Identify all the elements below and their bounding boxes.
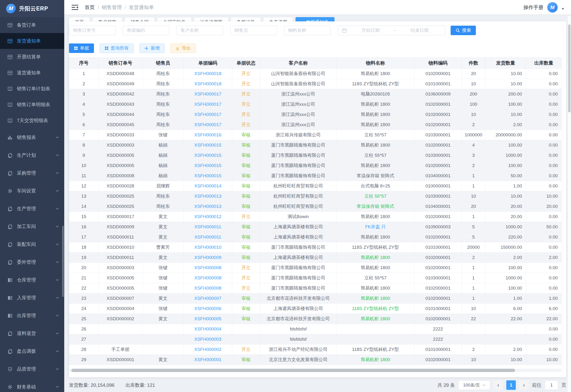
cell-doc[interactable]: XSFH000018 (184, 69, 232, 79)
cell-doc[interactable]: XSFH000003 (184, 334, 232, 345)
doc-button[interactable]: 单据 (69, 43, 94, 53)
tab-7[interactable]: ×发货通知单 (296, 17, 334, 21)
table-row[interactable]: 3XSDD000042周桂东XSFH000017开立浙江温州xxx公司电脑202… (69, 89, 562, 99)
table-row[interactable]: 21XSDD000005张键XSFH000008开立厦门市黑眼睛服饰有限公司立柱… (69, 273, 562, 283)
cell-doc[interactable]: XSFH000002 (184, 345, 232, 355)
cell-doc[interactable]: XSFH000011 (184, 232, 232, 242)
cell-doc[interactable]: XSFH000017 (184, 120, 232, 130)
cell-doc[interactable]: XSFH000005 (184, 314, 232, 324)
cell-doc[interactable]: XSFH000011 (184, 222, 232, 232)
table-row[interactable]: 1XSDD000048周桂东XSFH000018开立山河智能装备股份有限公司简易… (69, 69, 562, 79)
table-row[interactable]: 26XSFH000004fdsfdsfsf22220.00 (69, 324, 562, 334)
sidebar-item-7[interactable]: 销售报表 (0, 128, 64, 146)
cell-doc[interactable]: XSFH000018 (184, 79, 232, 89)
cell-doc[interactable]: XSFH000008 (184, 283, 232, 294)
cell-doc[interactable]: XSFH000015 (184, 140, 232, 150)
tab-2[interactable]: 销售合同 (125, 17, 155, 21)
next-page-button[interactable]: › (519, 380, 529, 390)
table-row[interactable]: 24XSDD000004张键XSFH000006审核上海避风塘茶楼有限公司118… (69, 304, 562, 314)
sidebar-item-21[interactable]: 财务基础 (0, 378, 64, 392)
table-row[interactable]: 27XSFH000003fdsfdsfsf22220.00 (69, 334, 562, 345)
sales-order-input[interactable] (69, 26, 116, 35)
sidebar-item-20[interactable]: 品质管理 (0, 360, 64, 378)
tab-0[interactable]: 首页 (69, 17, 90, 21)
cell-doc[interactable]: XSFH000014 (184, 181, 232, 191)
cell-doc[interactable]: XSFH000017 (184, 99, 232, 110)
material-input[interactable] (284, 26, 331, 35)
table-row[interactable]: 25XSDD000002黄文XSFH000005审核北京都市花语科技开发有限公司… (69, 314, 562, 324)
current-page-button[interactable]: 1 (506, 380, 516, 390)
menu-fold-icon[interactable] (71, 4, 78, 11)
table-row[interactable]: 13XSDD000025周桂东XSFH000013审核杭州旺旺旺商贸有限公司立柱… (69, 191, 562, 201)
cell-doc[interactable]: XSFH000013 (184, 191, 232, 201)
sidebar-item-10[interactable]: 车间设置 (0, 182, 64, 200)
goto-page-input[interactable] (545, 380, 558, 390)
customer-input[interactable] (177, 26, 223, 35)
table-row[interactable]: 18XSDD000010曹素芳XSFH000010审核厦门市黑眼睛服饰有限公司1… (69, 242, 562, 252)
table-row[interactable]: 19XSDD000011黄文XSFH000009审核上海避风塘茶楼有限公司简易机… (69, 252, 562, 263)
table-row[interactable]: 5XSDD000044周桂东XSFH000017开立浙江温州xxx公司简易机柜 … (69, 110, 562, 120)
table-row[interactable]: 9XSDD000005杨娟XSFH000015审核厦门市黑眼睛服饰有限公司立柱 … (69, 150, 562, 161)
export-button[interactable]: 导出 (170, 43, 196, 53)
cell-doc[interactable]: XSFH000006 (184, 304, 232, 314)
horizontal-scrollbar[interactable] (71, 369, 515, 372)
cell-doc[interactable]: XSFH000016 (184, 130, 232, 140)
tab-3[interactable]: 合同审批单 (157, 17, 192, 21)
table-row[interactable]: 8XSDD000003杨娟XSFH000015审核厦门市黑眼睛服饰有限公司简易机… (69, 140, 562, 150)
sidebar-item-1[interactable]: 发货通知单 (0, 33, 64, 49)
tab-4[interactable]: 运单进度图 (194, 17, 228, 21)
cell-doc[interactable]: XSFH000015 (184, 150, 232, 161)
sidebar-item-9[interactable]: 采购管理 (0, 164, 64, 182)
table-row[interactable]: 12XSDD000028屈继辉XSFH000014审核杭州旺旺旺商贸有限公司台式… (69, 181, 562, 191)
cell-doc[interactable]: XSFH000009 (184, 252, 232, 263)
cell-doc[interactable]: XSFH000001 (184, 355, 232, 365)
table-row[interactable]: 14XSDD000025周桂东XSFH000013审核杭州旺旺旺商贸有限公司常温… (69, 201, 562, 212)
page-size-select[interactable]: 100条/页 (458, 380, 490, 390)
page-scrollbar[interactable] (568, 25, 571, 112)
sidebar-item-17[interactable]: 出库管理 (0, 307, 64, 324)
sidebar-item-0[interactable]: 备货订单 (0, 17, 64, 33)
sidebar-item-18[interactable]: 退料退货 (0, 324, 64, 342)
sidebar-item-16[interactable]: 入库管理 (0, 289, 64, 307)
table-row[interactable]: 28手工单据XSFH000002开立浙江裕兴不动产经纪有限公司118S ZY型纸… (69, 345, 562, 355)
breadcrumb-sales[interactable]: 销售管理 (102, 4, 122, 11)
sidebar-item-4[interactable]: 销售订单计划表 (0, 81, 64, 97)
cell-doc[interactable]: XSFH000007 (184, 294, 232, 304)
sidebar-item-13[interactable]: 装配车间 (0, 236, 64, 253)
search-button[interactable]: 搜索 (451, 26, 476, 35)
tab-5[interactable]: 备货订单 (231, 17, 261, 21)
table-row[interactable]: 16XSDD000009黄文XSFH000011审核上海避风塘茶楼有限公司FK井… (69, 222, 562, 232)
query-all-button[interactable]: 查询所有 (100, 43, 134, 53)
table-row[interactable]: 15XSDD000017黄文XSFH000012开立测试Bowin简易机柜 18… (69, 212, 562, 222)
cell-doc[interactable]: XSFH000012 (184, 212, 232, 222)
table-row[interactable]: 22XSDD000005张键XSFH000008开立厦门市黑眼睛服饰有限公司简易… (69, 283, 562, 294)
table-row[interactable]: 6XSDD000045周桂东XSFH000017开立浙江温州xxx公司简易机柜 … (69, 120, 562, 130)
user-caret-icon[interactable] (561, 8, 564, 10)
sidebar-item-12[interactable]: 加工车间 (0, 218, 64, 236)
tab-1[interactable]: 客户档案 (92, 17, 122, 21)
sidebar-scrollbar[interactable] (62, 226, 64, 297)
tab-6[interactable]: 生产进度 (263, 17, 293, 21)
sidebar-item-3[interactable]: 退货通知单 (0, 65, 64, 81)
sidebar-item-8[interactable]: 生产计划 (0, 146, 64, 164)
sidebar-item-14[interactable]: 委外管理 (0, 253, 64, 271)
table-row[interactable]: 11XSDD000008杨娟XSFH000015审核厦门市黑眼睛服饰有限公司常温… (69, 171, 562, 181)
sidebar-item-5[interactable]: 销售订单明细表 (0, 97, 64, 112)
table-row[interactable]: 20XSDD000003张键XSFH000008开立厦门市黑眼睛服饰有限公司简易… (69, 263, 562, 273)
prev-page-button[interactable]: ‹ (494, 380, 503, 390)
cell-doc[interactable]: XSFH000008 (184, 263, 232, 273)
sidebar-item-6[interactable]: 7天交货明细表 (0, 112, 64, 128)
sidebar-item-15[interactable]: 仓库管理 (0, 271, 64, 289)
cell-doc[interactable]: XSFH000004 (184, 324, 232, 334)
cell-doc[interactable]: XSFH000013 (184, 201, 232, 212)
table-row[interactable]: 2XSDD000049周桂东XSFH000018开立山河智能装备股份有限公司11… (69, 79, 562, 89)
table-row[interactable]: 10XSDD000005杨娟XSFH000015审核厦门市黑眼睛服饰有限公司简易… (69, 161, 562, 171)
sidebar-item-11[interactable]: 生产管理 (0, 200, 64, 218)
sidebar-item-19[interactable]: 盘点调拨 (0, 342, 64, 360)
breadcrumb-home[interactable]: 首页 (85, 4, 95, 11)
avatar[interactable]: M (547, 2, 558, 13)
table-row[interactable]: 7XSDD000033张键XSFH000016审核浙江裕兴传媒有限公司立柱 55… (69, 130, 562, 140)
table-row[interactable]: 4XSDD000043周桂东XSFH000017开立浙江温州xxx公司简易机柜 … (69, 99, 562, 110)
cell-doc[interactable]: XSFH000008 (184, 273, 232, 283)
seller-input[interactable] (230, 26, 277, 35)
